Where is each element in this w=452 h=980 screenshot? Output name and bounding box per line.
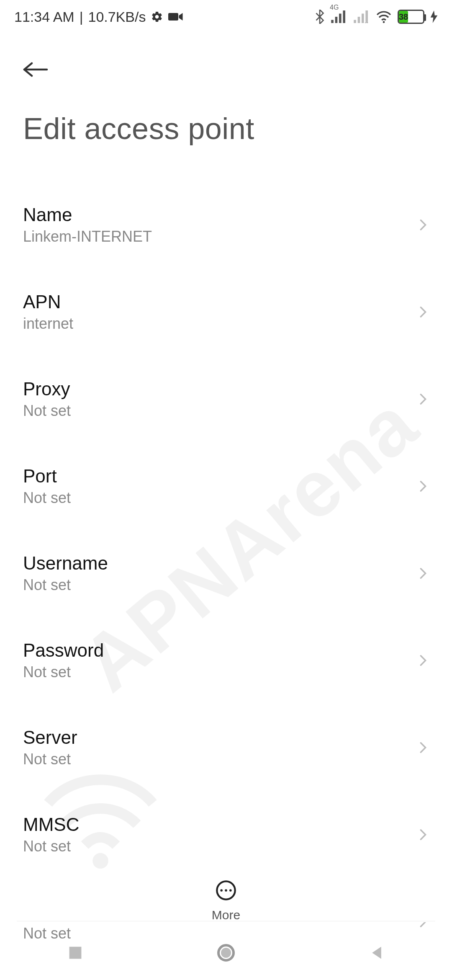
settings-row-value: Not set [23,663,104,681]
settings-row-value: internet [23,315,73,333]
status-network-speed: 10.7KB/s [88,9,146,25]
svg-rect-17 [69,947,82,959]
page-title: Edit access point [23,111,429,146]
svg-point-14 [220,889,223,892]
settings-row-server[interactable]: Server Not set [23,710,429,797]
settings-row-label: Port [23,466,71,487]
chevron-right-icon [417,219,429,231]
svg-point-19 [221,948,231,958]
settings-row-label: MMSC [23,814,79,835]
svg-rect-2 [335,17,338,23]
settings-row-label: Name [23,204,152,225]
settings-row-label: Password [23,640,104,661]
network-type-label: 4G [330,4,339,11]
settings-row-value: Linkem-INTERNET [23,228,152,245]
chevron-right-icon [417,567,429,579]
settings-row-name[interactable]: Name Linkem-INTERNET [23,188,429,275]
svg-rect-3 [339,14,342,23]
signal-4g-icon: 4G [331,10,347,23]
svg-rect-1 [331,20,334,23]
charging-bolt-icon [430,10,438,23]
svg-rect-0 [168,13,178,21]
settings-row-value: Not set [23,402,71,420]
wifi-icon [376,10,392,23]
svg-rect-5 [354,20,356,23]
settings-row-value: Not set [23,489,71,507]
app-bar [0,34,452,86]
status-bar-left: 11:34 AM | 10.7KB/s [14,9,183,25]
nav-back-button[interactable] [360,936,393,970]
svg-text:x: x [365,20,369,23]
svg-rect-7 [362,14,364,23]
signal-no-sim-icon: x [353,10,370,23]
status-separator: | [80,9,83,25]
svg-rect-6 [358,17,360,23]
bottom-dock: More [0,869,452,922]
chevron-right-icon [417,306,429,318]
more-button[interactable] [215,879,237,903]
battery-percent: 38 [399,11,408,23]
gear-icon [151,10,163,23]
video-camera-icon [168,11,183,22]
svg-point-15 [225,889,227,892]
settings-row-value: Not set [23,576,108,594]
chevron-right-icon [417,480,429,492]
page-title-container: Edit access point [0,86,452,188]
battery-icon: 38 [398,10,424,24]
chevron-right-icon [417,829,429,841]
settings-row-password[interactable]: Password Not set [23,623,429,710]
navigation-bar [0,926,452,980]
chevron-right-icon [417,655,429,666]
status-bar: 11:34 AM | 10.7KB/s 4G x [0,0,452,34]
settings-row-label: Username [23,553,108,574]
chevron-right-icon [417,393,429,405]
status-time: 11:34 AM [14,9,74,25]
settings-row-label: APN [23,291,73,312]
chevron-right-icon [417,742,429,753]
more-label: More [212,908,240,922]
settings-row-apn[interactable]: APN internet [23,275,429,362]
svg-point-10 [383,21,385,23]
back-button[interactable] [23,61,48,78]
settings-row-label: Server [23,727,77,748]
svg-rect-4 [343,10,345,23]
status-bar-right: 4G x 38 [315,10,438,24]
settings-row-port[interactable]: Port Not set [23,449,429,536]
settings-list: APNArena Name Linkem-INTERNET APN intern… [0,188,452,980]
settings-row-value: Not set [23,750,77,768]
nav-home-button[interactable] [209,936,243,970]
bottom-divider [17,921,435,921]
settings-row-label: Proxy [23,379,71,400]
settings-row-proxy[interactable]: Proxy Not set [23,362,429,449]
bluetooth-icon [315,10,325,24]
settings-row-username[interactable]: Username Not set [23,536,429,623]
nav-recent-button[interactable] [59,936,92,970]
settings-row-value: Not set [23,838,79,855]
svg-point-16 [229,889,232,892]
